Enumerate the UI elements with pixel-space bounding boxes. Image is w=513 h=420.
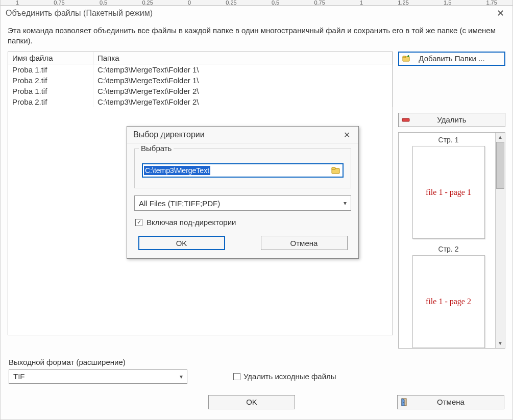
col-header-folder[interactable]: Папка (93, 52, 393, 64)
delete-source-checkbox[interactable]: Удалить исходные файлы (233, 372, 336, 381)
ruler-strip: 1 0.75 0.5 0.25 0 0.25 0.5 0.75 1 1.25 1… (1, 0, 512, 6)
checkbox-icon (233, 373, 240, 380)
modal-close-icon[interactable]: ✕ (340, 130, 353, 140)
titlebar: Объединить файлы (Пакетный режим) ✕ (1, 6, 512, 20)
delete-icon (402, 116, 410, 124)
ok-button[interactable]: OK (208, 395, 295, 409)
exit-icon (401, 398, 409, 406)
svg-point-8 (403, 402, 404, 403)
file-filter-combo[interactable]: All Files (TIF;TIFF;PDF) ▾ (134, 195, 351, 211)
right-column: Добавить Папки ... Удалить Стр. 1 file 1… (398, 52, 505, 349)
include-subdirs-checkbox[interactable]: ✓ Включая под-директории (135, 218, 351, 227)
path-input[interactable]: C:\temp3\MergeText (142, 163, 344, 178)
svg-marker-7 (402, 399, 404, 406)
fieldset-legend: Выбрать (139, 144, 174, 153)
page-thumbnail: file 1 - page 1 (412, 146, 485, 239)
dialog-button-row: OK Отмена (9, 395, 504, 409)
file-table: Имя файла Папка Proba 1.tif C:\temp3\Mer… (8, 52, 393, 107)
scroll-up-icon[interactable]: ▲ (496, 133, 505, 142)
preview-list: Стр. 1 file 1 - page 1 Стр. 2 file 1 - p… (399, 133, 495, 348)
close-icon[interactable]: ✕ (494, 8, 507, 19)
preview-page[interactable]: Стр. 1 file 1 - page 1 (404, 136, 493, 239)
delete-button[interactable]: Удалить (398, 113, 505, 127)
svg-rect-10 (332, 167, 335, 169)
svg-rect-5 (402, 118, 409, 121)
description-text: Эта команда позволяет объединить все фай… (8, 26, 505, 46)
directory-picker-dialog: Выбор директории ✕ Выбрать C:\temp3\Merg… (127, 126, 359, 259)
browse-folder-icon[interactable] (331, 166, 340, 175)
modal-cancel-button[interactable]: Отмена (261, 236, 348, 250)
table-row[interactable]: Proba 1.tif C:\temp3\MergeText\Folder 2\ (8, 86, 393, 96)
folder-plus-icon (402, 55, 410, 63)
merge-files-window: 1 0.75 0.5 0.25 0 0.25 0.5 0.75 1 1.25 1… (0, 0, 513, 420)
svg-rect-1 (403, 56, 406, 58)
modal-button-row: OK Отмена (134, 236, 351, 250)
table-row[interactable]: Proba 1.tif C:\temp3\MergeText\Folder 1\ (8, 64, 393, 75)
output-format-label: Выходной формат (расширение) (9, 358, 504, 366)
col-header-name[interactable]: Имя файла (8, 52, 93, 64)
preview-scrollbar[interactable]: ▲ ▼ (495, 133, 505, 348)
modal-title-text: Выбор директории (133, 130, 205, 139)
table-row[interactable]: Proba 2.tif C:\temp3\MergeText\Folder 2\ (8, 96, 393, 107)
modal-ok-button[interactable]: OK (138, 236, 225, 250)
scroll-thumb[interactable] (496, 142, 504, 189)
checkbox-checked-icon: ✓ (135, 219, 142, 226)
table-row[interactable]: Proba 2.tif C:\temp3\MergeText\Folder 1\ (8, 75, 393, 86)
cancel-button[interactable]: Отмена (397, 395, 504, 409)
output-format-combo[interactable]: TIF ▾ (9, 369, 187, 384)
modal-titlebar: Выбор директории ✕ (127, 127, 358, 143)
select-fieldset: Выбрать C:\temp3\MergeText (134, 149, 351, 188)
modal-body: Выбрать C:\temp3\MergeText All Files (TI… (127, 143, 358, 258)
add-folders-button[interactable]: Добавить Папки ... (398, 52, 505, 66)
page-thumbnail: file 1 - page 2 (412, 255, 485, 348)
bottom-area: Выходной формат (расширение) TIF ▾ Удали… (8, 358, 505, 409)
scroll-down-icon[interactable]: ▼ (496, 339, 505, 348)
chevron-down-icon: ▾ (344, 200, 347, 207)
preview-panel: Стр. 1 file 1 - page 1 Стр. 2 file 1 - p… (398, 132, 505, 349)
path-text-selected: C:\temp3\MergeText (144, 166, 210, 175)
chevron-down-icon: ▾ (180, 373, 183, 380)
preview-page[interactable]: Стр. 2 file 1 - page 2 (404, 245, 493, 348)
window-title: Объединить файлы (Пакетный режим) (6, 9, 153, 18)
